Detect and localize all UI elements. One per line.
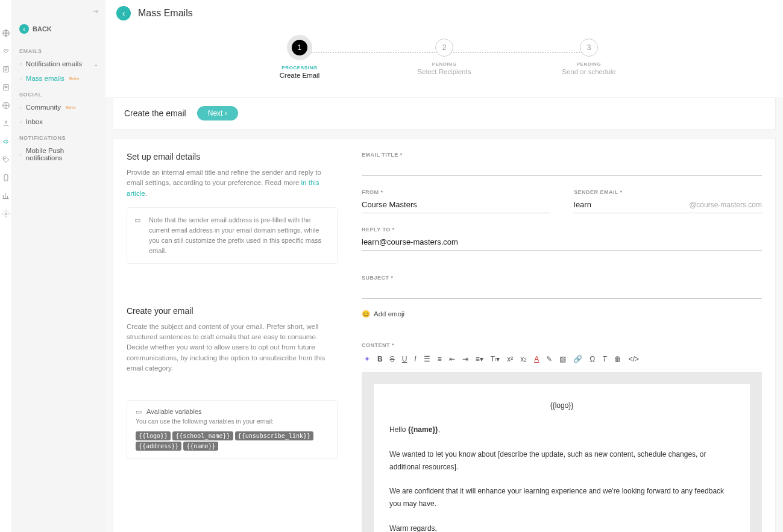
header-back-button[interactable]: ‹ — [116, 6, 131, 20]
panel-header: Create the email Next › — [113, 97, 776, 130]
vars-desc: You can use the following variables in y… — [136, 418, 329, 425]
ul-icon[interactable]: ☰ — [424, 354, 430, 364]
info-icon: ▭ — [136, 408, 142, 418]
step-status: PENDING — [432, 61, 457, 67]
step-3[interactable]: 3 PENDING Send or schedule — [547, 39, 631, 75]
var-tag[interactable]: {{address}} — [136, 442, 181, 451]
header: ‹ Mass Emails — [105, 0, 783, 27]
email-title-label: EMAIL TITLE * — [362, 152, 762, 158]
back-label: BACK — [33, 25, 52, 33]
body-p2: We are confident that it will enhance yo… — [389, 485, 734, 510]
stepper: 1 PROCESSING Create Email 2 PENDING Sele… — [105, 27, 783, 97]
svg-point-7 — [5, 213, 7, 215]
italic-icon[interactable]: I — [414, 354, 416, 364]
form-icon[interactable] — [2, 83, 10, 92]
globe-icon[interactable] — [2, 29, 10, 37]
indent-icon[interactable]: ⇥ — [462, 354, 468, 364]
var-tag[interactable]: {{logo}} — [136, 431, 171, 440]
sidebar: ⇥ ‹ BACK EMAILS ○Notification emails⌄ ○M… — [12, 0, 105, 532]
step-2[interactable]: 2 PENDING Select Recipients — [402, 39, 486, 75]
step-1[interactable]: 1 PROCESSING Create Email — [257, 39, 342, 79]
bold-icon[interactable]: B — [377, 354, 383, 364]
sender-email-suffix: @course-masters.com — [689, 201, 762, 209]
page-title: Mass Emails — [138, 8, 193, 19]
ai-sparkle-icon[interactable]: ✦ — [364, 354, 370, 364]
wifi-icon[interactable] — [2, 47, 10, 55]
sidebar-item-notification-emails[interactable]: ○Notification emails⌄ — [12, 57, 105, 71]
var-tag[interactable]: {{name}} — [183, 442, 218, 451]
editor-frame: {{logo}} Hello {{name}}, We wanted to le… — [362, 372, 762, 532]
create-desc: Create the subject and content of your e… — [127, 322, 338, 374]
clear-icon[interactable]: T — [602, 354, 606, 364]
align-icon[interactable]: ≡▾ — [476, 354, 483, 364]
outdent-icon[interactable]: ⇤ — [449, 354, 455, 364]
step-number: 1 — [287, 35, 312, 60]
svg-point-4 — [5, 121, 7, 124]
network-icon[interactable] — [2, 101, 10, 110]
add-emoji-button[interactable]: 😊 Add emoji — [362, 310, 762, 318]
superscript-icon[interactable]: x² — [507, 354, 513, 364]
sender-email-label: SENDER EMAIL * — [574, 189, 762, 195]
step-label: Create Email — [280, 72, 319, 79]
back-button[interactable]: ‹ BACK — [12, 20, 105, 42]
step-number: 3 — [580, 39, 598, 57]
body-regards: Warm regards, — [389, 522, 734, 532]
from-label: FROM * — [362, 189, 550, 195]
content-label: CONTENT * — [362, 342, 762, 348]
underline-icon[interactable]: U — [402, 354, 407, 364]
editor-body[interactable]: {{logo}} Hello {{name}}, We wanted to le… — [374, 384, 750, 532]
subject-input[interactable] — [362, 283, 762, 299]
var-tag[interactable]: {{school_name}} — [172, 431, 233, 440]
chart-icon[interactable] — [2, 192, 10, 200]
icon-rail — [0, 0, 12, 532]
from-input[interactable] — [362, 198, 550, 213]
logo-placeholder: {{logo}} — [389, 399, 734, 412]
info-icon: ▭ — [134, 215, 140, 225]
image-icon[interactable]: ▧ — [559, 354, 566, 364]
megaphone-icon[interactable] — [2, 137, 10, 146]
body-p1: We wanted to let you know about [describ… — [389, 448, 734, 473]
collapse-icon[interactable]: ⇥ — [12, 7, 105, 20]
variables-box: ▭Available variables You can use the fol… — [127, 400, 338, 459]
link-icon[interactable]: 🔗 — [573, 354, 582, 364]
textcolor-icon[interactable]: A — [534, 354, 539, 364]
info-note: ▭ Note that the sender email address is … — [127, 207, 338, 264]
step-label: Select Recipients — [418, 68, 471, 75]
subscript-icon[interactable]: x₂ — [520, 354, 527, 364]
code-icon[interactable]: </> — [629, 354, 639, 364]
symbol-icon[interactable]: Ω — [590, 354, 595, 364]
nav-section-social: SOCIAL — [12, 86, 105, 100]
details-desc: Provide an internal email title and refi… — [127, 167, 338, 199]
sidebar-item-mass-emails[interactable]: ○Mass emails Beta — [12, 71, 105, 86]
step-status: PROCESSING — [281, 65, 317, 70]
mobile-icon[interactable] — [2, 174, 10, 182]
step-label: Send or schedule — [562, 68, 616, 75]
details-title: Set up email details — [127, 152, 338, 161]
svg-point-5 — [4, 158, 5, 159]
strike-icon[interactable]: S — [390, 354, 395, 364]
ol-icon[interactable]: ≡ — [438, 354, 442, 364]
var-tag[interactable]: {{unsubscribe_link}} — [235, 431, 313, 440]
next-button[interactable]: Next › — [197, 106, 238, 120]
trash-icon[interactable]: 🗑 — [614, 354, 621, 364]
vars-title: Available variables — [146, 408, 202, 415]
tag-icon[interactable] — [2, 155, 10, 164]
svg-rect-2 — [3, 84, 8, 90]
panel-title: Create the email — [124, 108, 186, 118]
step-status: PENDING — [577, 61, 602, 67]
textsize-icon[interactable]: TI▾ — [491, 354, 500, 364]
sidebar-item-community[interactable]: ○Community Beta — [12, 100, 105, 114]
reply-to-input[interactable] — [362, 235, 762, 251]
chevron-down-icon: ⌄ — [93, 61, 98, 67]
sender-email-input[interactable] — [574, 198, 689, 213]
sidebar-item-push[interactable]: ○Mobile Push notifications — [12, 143, 105, 165]
gear-icon[interactable] — [2, 210, 10, 218]
page-icon[interactable] — [2, 65, 10, 74]
highlight-icon[interactable]: ✎ — [546, 354, 552, 364]
user-icon[interactable] — [2, 119, 10, 128]
nav-section-notifications: NOTIFICATIONS — [12, 129, 105, 143]
email-title-input[interactable] — [362, 160, 762, 176]
sidebar-item-inbox[interactable]: ○Inbox — [12, 114, 105, 129]
editor-toolbar: ✦ B S U I ☰ ≡ ⇤ ⇥ ≡▾ TI▾ x² x₂ A — [362, 351, 762, 369]
emoji-icon: 😊 — [362, 310, 370, 318]
